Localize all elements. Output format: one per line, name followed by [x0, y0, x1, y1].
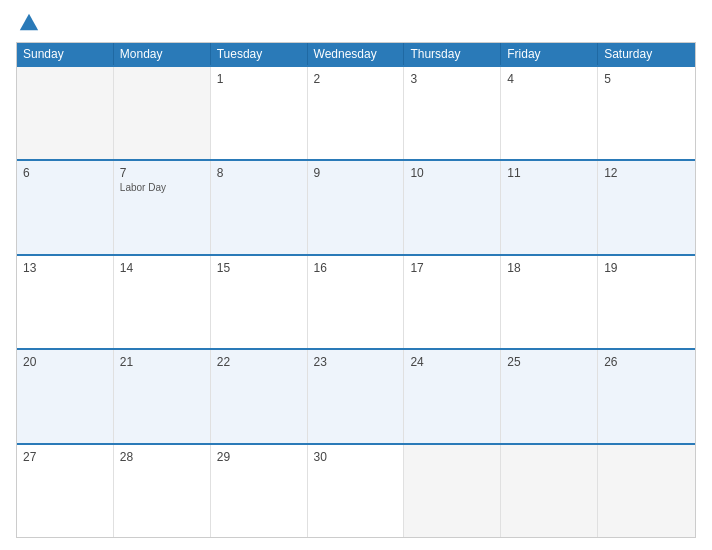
day-number: 13	[23, 261, 107, 275]
day-number: 20	[23, 355, 107, 369]
weeks-container: 1234567Labor Day891011121314151617181920…	[17, 65, 695, 537]
day-header-wednesday: Wednesday	[308, 43, 405, 65]
day-number: 16	[314, 261, 398, 275]
day-cell: 1	[211, 67, 308, 159]
day-cell: 13	[17, 256, 114, 348]
svg-marker-0	[20, 14, 38, 31]
day-event: Labor Day	[120, 182, 204, 193]
day-number: 15	[217, 261, 301, 275]
day-number: 17	[410, 261, 494, 275]
week-row-4: 20212223242526	[17, 348, 695, 442]
day-cell: 25	[501, 350, 598, 442]
day-cell: 28	[114, 445, 211, 537]
day-cell: 11	[501, 161, 598, 253]
day-number: 25	[507, 355, 591, 369]
day-number: 8	[217, 166, 301, 180]
day-cell: 18	[501, 256, 598, 348]
day-number: 18	[507, 261, 591, 275]
day-cell: 2	[308, 67, 405, 159]
logo	[16, 12, 40, 34]
day-number: 23	[314, 355, 398, 369]
day-number: 26	[604, 355, 689, 369]
day-cell: 12	[598, 161, 695, 253]
day-cell: 8	[211, 161, 308, 253]
day-headers-row: SundayMondayTuesdayWednesdayThursdayFrid…	[17, 43, 695, 65]
calendar-grid: SundayMondayTuesdayWednesdayThursdayFrid…	[16, 42, 696, 538]
day-cell: 3	[404, 67, 501, 159]
day-cell: 6	[17, 161, 114, 253]
day-cell: 22	[211, 350, 308, 442]
day-number: 29	[217, 450, 301, 464]
day-cell	[501, 445, 598, 537]
day-number: 2	[314, 72, 398, 86]
page-header	[16, 12, 696, 34]
day-number: 6	[23, 166, 107, 180]
week-row-5: 27282930	[17, 443, 695, 537]
week-row-3: 13141516171819	[17, 254, 695, 348]
day-cell: 19	[598, 256, 695, 348]
day-cell	[114, 67, 211, 159]
day-number: 19	[604, 261, 689, 275]
day-number: 9	[314, 166, 398, 180]
day-header-thursday: Thursday	[404, 43, 501, 65]
day-header-monday: Monday	[114, 43, 211, 65]
day-cell: 14	[114, 256, 211, 348]
day-cell: 17	[404, 256, 501, 348]
day-cell: 10	[404, 161, 501, 253]
day-cell: 26	[598, 350, 695, 442]
day-cell: 5	[598, 67, 695, 159]
day-number: 28	[120, 450, 204, 464]
day-number: 14	[120, 261, 204, 275]
day-cell: 20	[17, 350, 114, 442]
day-cell: 27	[17, 445, 114, 537]
day-cell: 7Labor Day	[114, 161, 211, 253]
day-cell: 9	[308, 161, 405, 253]
day-cell	[598, 445, 695, 537]
day-cell: 21	[114, 350, 211, 442]
day-number: 5	[604, 72, 689, 86]
day-number: 21	[120, 355, 204, 369]
day-cell	[404, 445, 501, 537]
day-cell: 23	[308, 350, 405, 442]
day-cell	[17, 67, 114, 159]
day-header-tuesday: Tuesday	[211, 43, 308, 65]
day-cell: 24	[404, 350, 501, 442]
day-cell: 15	[211, 256, 308, 348]
day-header-friday: Friday	[501, 43, 598, 65]
day-number: 22	[217, 355, 301, 369]
day-header-saturday: Saturday	[598, 43, 695, 65]
day-cell: 29	[211, 445, 308, 537]
day-number: 27	[23, 450, 107, 464]
day-number: 7	[120, 166, 204, 180]
calendar-page: SundayMondayTuesdayWednesdayThursdayFrid…	[0, 0, 712, 550]
day-number: 3	[410, 72, 494, 86]
logo-icon	[18, 12, 40, 34]
day-cell: 30	[308, 445, 405, 537]
day-number: 30	[314, 450, 398, 464]
day-number: 11	[507, 166, 591, 180]
day-cell: 4	[501, 67, 598, 159]
week-row-2: 67Labor Day89101112	[17, 159, 695, 253]
day-number: 1	[217, 72, 301, 86]
day-number: 24	[410, 355, 494, 369]
day-cell: 16	[308, 256, 405, 348]
day-number: 10	[410, 166, 494, 180]
week-row-1: 12345	[17, 65, 695, 159]
day-header-sunday: Sunday	[17, 43, 114, 65]
day-number: 4	[507, 72, 591, 86]
day-number: 12	[604, 166, 689, 180]
